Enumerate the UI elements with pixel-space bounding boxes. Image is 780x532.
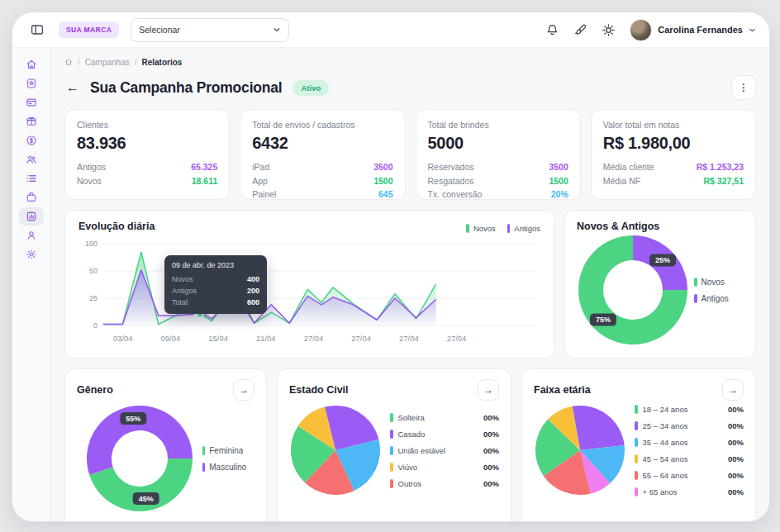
profile-icon [26, 230, 37, 241]
theme-brush-button[interactable] [573, 23, 587, 37]
slice-badge-label: 45% [138, 495, 153, 503]
campaign-select[interactable]: Selecionar [131, 18, 289, 42]
tooltip-row-total: Total600 [172, 297, 259, 308]
donut-chart-novos-antigos: 25%75%NovosAntigos [577, 234, 744, 346]
settings-icon [26, 249, 37, 260]
bottom-charts-row: Gênero→45%55%FemininaMasculinoEstado Civ… [64, 368, 756, 521]
stat-row-label: Reservados [428, 160, 474, 174]
legend-label: Casado [398, 430, 426, 439]
chart-legend: NovosAntigos [466, 224, 540, 233]
breadcrumb-separator: / [78, 58, 80, 67]
page-title: Sua Campanha Promocional [90, 79, 282, 97]
legend-percentage: 00% [483, 446, 499, 455]
x-axis-tick: 21/04 [256, 334, 276, 343]
legend-swatch [694, 294, 697, 303]
payments-icon [26, 135, 37, 146]
legend-swatch [466, 224, 469, 233]
legend-item-antigos[interactable]: Antigos [507, 224, 540, 233]
slice-badge-label: 25% [655, 256, 670, 264]
chevron-down-icon [273, 26, 281, 34]
stat-row-antigos: Antigos65.325 [77, 160, 217, 174]
stat-card-total-de-envios-cadastros: Total de envios / cadastros6432iPad3500A… [240, 109, 405, 200]
sidebar-item-home[interactable] [19, 55, 44, 74]
pie-chart-novos_antigos[interactable]: 25%75% [577, 234, 689, 346]
legend-swatch [390, 463, 393, 472]
notifications-button[interactable] [545, 23, 559, 37]
stat-row-label: iPad [252, 160, 269, 174]
legend-swatch [635, 421, 638, 430]
x-axis-tick: 27/04 [399, 334, 419, 343]
pie-card-body: 45%55%FemininaMasculino [77, 404, 254, 513]
open-details-button[interactable]: → [478, 379, 499, 401]
gift-icon [26, 116, 37, 127]
legend-percentage: 00% [483, 463, 499, 472]
stat-card-title: Clientes [77, 120, 217, 130]
legend-swatch [635, 405, 638, 414]
chart-title: Faixa etária [534, 384, 591, 396]
legend-label: Novos [473, 224, 496, 233]
legend-item-casado: Casado00% [390, 430, 499, 439]
legend-item-55-64-anos: 55 – 64 anos00% [635, 471, 744, 480]
customers-icon [26, 154, 37, 165]
legend-item-novos[interactable]: Novos [466, 224, 495, 233]
legend-swatch [635, 438, 638, 447]
sidebar-item-wallet[interactable] [19, 188, 44, 207]
legend-label: Viúvo [398, 463, 418, 472]
back-button[interactable]: ← [64, 81, 79, 94]
open-details-button[interactable]: → [233, 379, 254, 401]
legend-swatch [390, 446, 393, 455]
status-badge: Ativo [292, 80, 329, 96]
breadcrumb-home-icon[interactable] [64, 58, 73, 66]
y-axis-tick: 25 [89, 294, 98, 302]
stat-card-title: Valor total em notas [603, 120, 744, 130]
sidebar-toggle-button[interactable] [27, 20, 47, 40]
sidebar-item-cards[interactable] [19, 93, 44, 112]
sidebar-item-payments[interactable] [19, 131, 44, 150]
more-options-button[interactable]: ⋮ [731, 75, 756, 100]
tooltip-label: Antigos [172, 285, 197, 297]
legend-label: Antigos [702, 294, 729, 303]
legend-swatch [694, 278, 697, 287]
stat-row-value: 3500 [373, 160, 392, 174]
sidebar-item-campaigns[interactable] [19, 74, 44, 93]
stat-card-value: 5000 [428, 134, 568, 153]
legend-item-antigos: Antigos [694, 294, 729, 303]
legend-swatch [390, 413, 393, 422]
legend-label: União estável [398, 446, 446, 455]
open-details-button[interactable]: → [722, 379, 744, 401]
charts-row: Evolução diária NovosAntigos 1005025003/… [64, 210, 756, 359]
sidebar-item-gift[interactable] [19, 112, 44, 131]
pie-chart-estado_civil[interactable] [289, 404, 382, 496]
pie-slice-25-34-anos[interactable] [573, 406, 625, 450]
sidebar-item-settings[interactable] [19, 245, 44, 264]
stat-card-clientes: Clientes83.936Antigos65.325Novos18.611 [64, 109, 230, 200]
stat-row-value: 18.611 [192, 174, 218, 188]
legend-label: Novos [702, 278, 725, 287]
evolution-chart[interactable]: 1005025003/0409/0415/0421/0427/0427/0427… [78, 237, 540, 349]
chart-legend: Solteira00%Casado00%União estável00%Viúv… [390, 413, 499, 488]
sidebar-item-reports[interactable] [19, 207, 44, 226]
light-mode-button[interactable] [602, 23, 616, 37]
legend-item-uni-o-est-vel: União estável00% [390, 446, 499, 455]
x-axis-tick: 09/04 [161, 334, 181, 343]
stat-row-painel: Painel645 [252, 188, 392, 202]
legend-item-novos: Novos [694, 278, 729, 287]
user-menu[interactable]: Carolina Fernandes [630, 19, 756, 41]
pie-chart-faixa_etaria[interactable] [534, 404, 626, 496]
stat-row-value: 1500 [549, 174, 568, 188]
chart-legend: FemininaMasculino [202, 446, 247, 472]
sidebar-item-customers[interactable] [19, 150, 44, 169]
sidebar-item-profile[interactable] [19, 226, 44, 245]
legend-label: 18 – 24 anos [643, 405, 688, 414]
stat-row-label: App [252, 174, 268, 188]
x-axis-tick: 15/04 [208, 334, 228, 343]
tooltip-value: 400 [247, 273, 259, 285]
pie-card-faixa_etaria: Faixa etária→18 – 24 anos00%25 – 34 anos… [521, 368, 756, 521]
pie-card-genero: Gênero→45%55%FemininaMasculino [64, 368, 267, 521]
sidebar-item-tasks[interactable] [19, 169, 44, 188]
chart-legend: NovosAntigos [694, 278, 729, 303]
brand-badge: SUA MARCA [59, 21, 119, 38]
breadcrumb-item-campanhas[interactable]: Campanhas [85, 58, 130, 67]
pie-chart-genero[interactable]: 45%55% [85, 404, 194, 513]
sun-icon [602, 23, 616, 37]
